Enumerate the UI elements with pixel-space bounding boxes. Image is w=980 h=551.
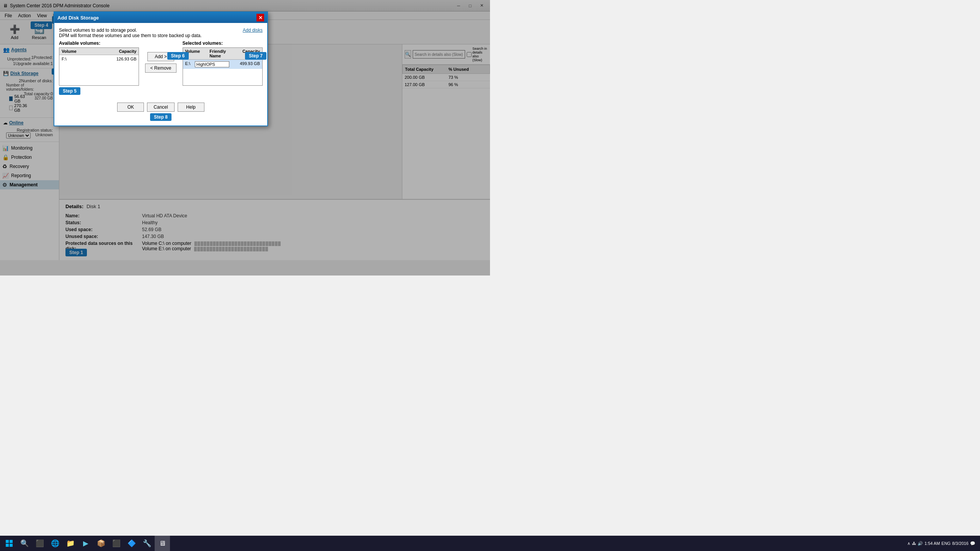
friendly-name-input[interactable]: [195, 61, 229, 67]
step6-badge: Step 6: [167, 52, 189, 60]
available-title: Available volumes:: [59, 41, 139, 46]
dialog-body: Select volumes to add to storage pool. D…: [54, 23, 267, 126]
add-disk-dialog: Add Disk Storage ✕ Select volumes to add…: [54, 11, 268, 126]
dialog-overlay: Add Disk Storage ✕ Select volumes to add…: [0, 0, 490, 276]
ok-button[interactable]: OK: [117, 103, 144, 112]
avail-vol-cap: 126.93 GB: [104, 56, 139, 62]
dialog-title-bar: Add Disk Storage ✕: [54, 12, 267, 23]
dialog-desc1: Select volumes to add to storage pool.: [59, 28, 202, 33]
dialog-desc2: DPM will format these volumes and use th…: [59, 33, 202, 38]
step8-badge: Step 8: [150, 113, 172, 121]
dialog-desc: Select volumes to add to storage pool. D…: [59, 28, 202, 38]
sel-row[interactable]: E:\ 499.93 GB: [183, 60, 262, 69]
sel-vol-name: E:\: [183, 60, 193, 68]
remove-volume-button[interactable]: < Remove: [145, 64, 176, 73]
selected-volumes-section: Selected volumes: Volume Friendly Name C…: [183, 41, 263, 86]
step7-badge: Step 7: [245, 52, 266, 60]
available-volumes-section: Available volumes: Volume Capacity F:\ 1…: [59, 41, 139, 95]
avail-vol-name: F:\: [59, 56, 104, 62]
dialog-title-text: Add Disk Storage: [57, 15, 99, 21]
step5-badge: Step 5: [59, 87, 80, 95]
dialog-close-button[interactable]: ✕: [256, 14, 264, 21]
help-button[interactable]: Help: [178, 103, 204, 112]
sel-vol-cap: 499.93 GB: [232, 60, 262, 68]
available-volumes-table: Volume Capacity F:\ 126.93 GB: [59, 47, 139, 86]
sel-col-fn: Friendly Name: [207, 48, 232, 59]
avail-col-capacity: Capacity: [104, 48, 139, 55]
cancel-button[interactable]: Cancel: [147, 103, 174, 112]
selected-title: Selected volumes:: [183, 41, 263, 46]
add-disks-link[interactable]: Add disks: [243, 28, 263, 38]
avail-row[interactable]: F:\ 126.93 GB: [59, 55, 139, 63]
avail-col-volume: Volume: [59, 48, 104, 55]
